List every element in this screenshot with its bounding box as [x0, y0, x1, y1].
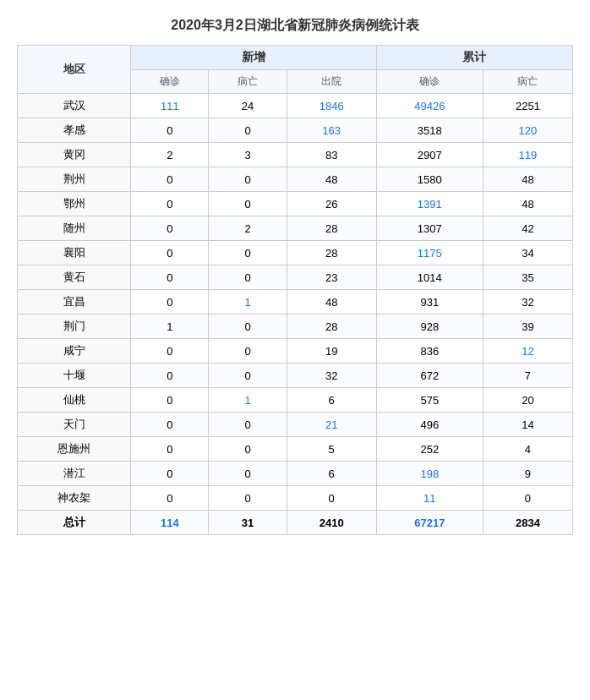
table-row: 荆州0048158048: [18, 167, 573, 192]
data-cell: 0: [209, 314, 287, 339]
data-cell: 5: [287, 437, 376, 462]
table-row: 襄阳0028117534: [18, 241, 573, 265]
cum-confirmed-header: 确诊: [376, 70, 483, 94]
data-cell: 2: [209, 216, 287, 241]
data-cell: 26: [287, 192, 376, 216]
data-cell: 0: [209, 486, 287, 511]
data-cell: 32: [287, 364, 376, 388]
total-row: 总计114312410672172834: [18, 511, 573, 535]
data-cell: 1580: [376, 167, 483, 192]
data-cell: 3: [209, 143, 287, 167]
total-data-cell: 2834: [483, 511, 572, 535]
data-cell: 0: [209, 167, 287, 192]
data-cell: 0: [209, 462, 287, 486]
table-row: 宜昌014893132: [18, 290, 573, 314]
data-cell: 0: [131, 486, 209, 511]
data-cell: 1391: [376, 192, 483, 216]
region-cell: 恩施州: [18, 437, 131, 462]
data-cell: 0: [209, 241, 287, 265]
data-cell: 32: [483, 290, 572, 314]
region-cell: 黄石: [18, 265, 131, 290]
data-cell: 6: [287, 462, 376, 486]
data-cell: 0: [209, 192, 287, 216]
region-cell: 仙桃: [18, 388, 131, 413]
data-cell: 28: [287, 216, 376, 241]
data-cell: 0: [131, 118, 209, 143]
data-cell: 0: [131, 462, 209, 486]
total-data-cell: 31: [209, 511, 287, 535]
data-cell: 928: [376, 314, 483, 339]
table-row: 天门002149614: [18, 413, 573, 437]
table-row: 神农架000110: [18, 486, 573, 511]
region-cell: 襄阳: [18, 241, 131, 265]
table-row: 黄冈23832907119: [18, 143, 573, 167]
data-cell: 23: [287, 265, 376, 290]
data-cell: 0: [287, 486, 376, 511]
data-cell: 252: [376, 437, 483, 462]
table-row: 十堰00326727: [18, 364, 573, 388]
data-cell: 48: [483, 192, 572, 216]
data-cell: 19: [287, 339, 376, 364]
region-cell: 宜昌: [18, 290, 131, 314]
data-cell: 0: [131, 290, 209, 314]
data-cell: 0: [209, 364, 287, 388]
data-cell: 28: [287, 314, 376, 339]
data-cell: 111: [131, 94, 209, 118]
data-cell: 1: [131, 314, 209, 339]
data-cell: 0: [131, 192, 209, 216]
data-cell: 48: [287, 167, 376, 192]
new-group-header: 新增: [131, 46, 377, 70]
data-cell: 119: [483, 143, 572, 167]
region-cell: 潜江: [18, 462, 131, 486]
data-cell: 14: [483, 413, 572, 437]
data-cell: 0: [131, 437, 209, 462]
page-title: 2020年3月2日湖北省新冠肺炎病例统计表: [17, 17, 573, 35]
table-row: 黄石0023101435: [18, 265, 573, 290]
data-cell: 48: [483, 167, 572, 192]
data-table: 地区 新增 累计 确诊 病亡 出院 确诊 病亡 武汉11124184649426…: [17, 45, 573, 535]
table-row: 孝感001633518120: [18, 118, 573, 143]
data-cell: 0: [131, 167, 209, 192]
data-cell: 11: [376, 486, 483, 511]
table-row: 咸宁001983612: [18, 339, 573, 364]
total-data-cell: 2410: [287, 511, 376, 535]
data-cell: 836: [376, 339, 483, 364]
data-cell: 83: [287, 143, 376, 167]
table-row: 荆门102892839: [18, 314, 573, 339]
data-cell: 49426: [376, 94, 483, 118]
data-cell: 0: [483, 486, 572, 511]
data-cell: 35: [483, 265, 572, 290]
data-cell: 28: [287, 241, 376, 265]
data-cell: 198: [376, 462, 483, 486]
data-cell: 1175: [376, 241, 483, 265]
new-deaths-header: 病亡: [209, 70, 287, 94]
data-cell: 0: [131, 216, 209, 241]
region-cell: 神农架: [18, 486, 131, 511]
total-data-cell: 114: [131, 511, 209, 535]
data-cell: 0: [131, 413, 209, 437]
data-cell: 0: [209, 118, 287, 143]
table-row: 鄂州0026139148: [18, 192, 573, 216]
new-confirmed-header: 确诊: [131, 70, 209, 94]
data-cell: 1846: [287, 94, 376, 118]
data-cell: 0: [131, 241, 209, 265]
data-cell: 672: [376, 364, 483, 388]
data-cell: 0: [131, 265, 209, 290]
total-data-cell: 67217: [376, 511, 483, 535]
data-cell: 0: [209, 413, 287, 437]
data-cell: 1: [209, 290, 287, 314]
data-cell: 7: [483, 364, 572, 388]
data-cell: 575: [376, 388, 483, 413]
data-cell: 931: [376, 290, 483, 314]
region-cell: 咸宁: [18, 339, 131, 364]
data-cell: 12: [483, 339, 572, 364]
data-cell: 48: [287, 290, 376, 314]
data-cell: 9: [483, 462, 572, 486]
data-cell: 1014: [376, 265, 483, 290]
data-cell: 6: [287, 388, 376, 413]
region-cell: 孝感: [18, 118, 131, 143]
data-cell: 24: [209, 94, 287, 118]
main-container: 2020年3月2日湖北省新冠肺炎病例统计表 地区 新增 累计 确诊 病亡 出院 …: [17, 17, 573, 535]
data-cell: 120: [483, 118, 572, 143]
region-cell: 荆门: [18, 314, 131, 339]
